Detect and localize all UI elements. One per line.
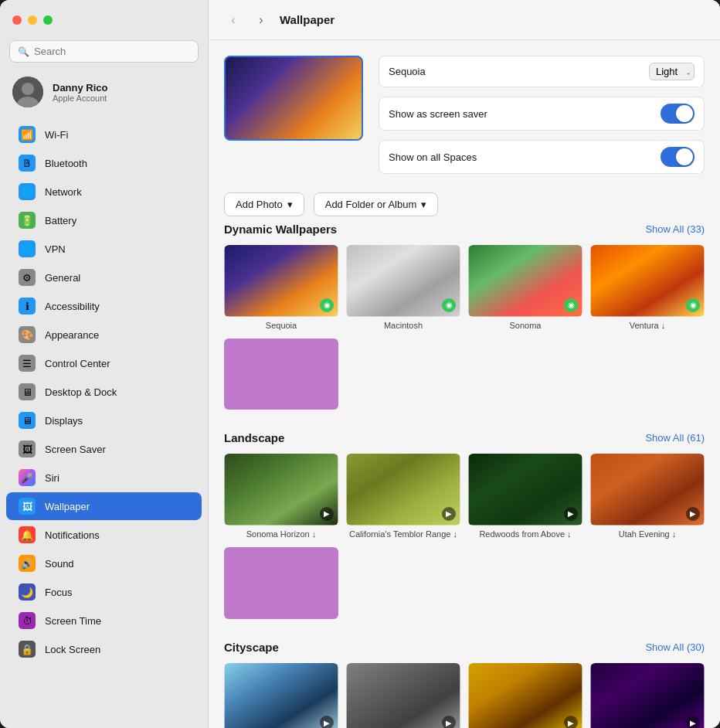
wallpaper-item[interactable]: ◉Sequoia xyxy=(224,245,338,331)
wallpaper-badge: ▶ xyxy=(320,507,334,521)
screensaver-toggle[interactable] xyxy=(661,104,695,124)
sidebar-item-desktop[interactable]: 🖥Desktop & Dock xyxy=(6,378,202,406)
user-subtitle: Apple Account xyxy=(53,94,108,103)
wallpaper-badge: ▶ xyxy=(442,716,456,728)
style-select-wrapper[interactable]: Light Dark Auto xyxy=(649,63,695,80)
sidebar-item-accessibility[interactable]: ℹAccessibility xyxy=(6,292,202,320)
wallpaper-item[interactable]: ▶Utah Evening ↓ xyxy=(590,454,705,539)
minimize-button[interactable] xyxy=(28,15,37,25)
wallpaper-item[interactable]: ▶Los Angeles Overpass ↓ xyxy=(346,663,460,728)
search-input[interactable] xyxy=(34,46,190,57)
show-all-landscape[interactable]: Show All (61) xyxy=(645,432,705,444)
wallpaper-item[interactable]: ◉Ventura ↓ xyxy=(590,245,705,331)
wallpaper-item[interactable]: ◉Macintosh xyxy=(346,245,460,331)
wallpaper-thumbnail: ▶ xyxy=(224,663,338,728)
sidebar-item-label-accessibility: Accessibility xyxy=(45,301,100,312)
screentime-icon: ⏱ xyxy=(19,612,36,629)
avatar xyxy=(12,77,43,107)
forward-button[interactable]: › xyxy=(252,11,270,29)
sidebar-item-label-screensaver: Screen Saver xyxy=(45,444,106,455)
sidebar-item-label-controlcenter: Control Center xyxy=(45,358,110,369)
sidebar-item-label-battery: Battery xyxy=(45,215,76,226)
wallpaper-name: Utah Evening ↓ xyxy=(619,529,677,539)
sidebar-item-wifi[interactable]: 📶Wi-Fi xyxy=(6,121,202,148)
wallpaper-badge: ▶ xyxy=(564,507,578,521)
sidebar-item-label-wifi: Wi-Fi xyxy=(45,129,68,141)
wallpaper-item[interactable]: ▶London Evening ↓ xyxy=(468,663,582,728)
sidebar-item-label-vpn: VPN xyxy=(45,243,66,255)
wallpaper-item[interactable]: ◉Sonoma xyxy=(468,245,582,331)
sidebar-item-label-focus: Focus xyxy=(45,587,72,598)
section-header-dynamic: Dynamic WallpapersShow All (33) xyxy=(224,223,705,236)
sidebar-item-wallpaper[interactable]: 🖼Wallpaper xyxy=(6,492,202,520)
user-section[interactable]: Danny Rico Apple Account xyxy=(0,70,208,117)
sidebar-item-siri[interactable]: 🎤Siri xyxy=(6,464,202,492)
wallpaper-item[interactable]: ▶Redwoods from Above ↓ xyxy=(468,454,582,539)
section-landscape: LandscapeShow All (61)▶Sonoma Horizon ↓▶… xyxy=(224,431,705,618)
wallpaper-name: Macintosh xyxy=(384,320,423,331)
sidebar-item-screentime[interactable]: ⏱Screen Time xyxy=(6,607,202,634)
wallpaper-thumbnail: ▶ xyxy=(590,454,705,526)
maximize-button[interactable] xyxy=(43,15,53,25)
sidebar-item-controlcenter[interactable]: ☰Control Center xyxy=(6,349,202,377)
close-button[interactable] xyxy=(12,15,22,25)
wallpaper-thumbnail: ▶ xyxy=(468,454,582,526)
sidebar-item-notifications[interactable]: 🔔Notifications xyxy=(6,521,202,549)
sidebar-item-screensaver[interactable]: 🖼Screen Saver xyxy=(6,435,202,463)
show-all-cityscape[interactable]: Show All (30) xyxy=(645,641,705,653)
wallpaper-badge: ◉ xyxy=(442,298,456,312)
sidebar-item-network[interactable]: 🌐Network xyxy=(6,178,202,206)
add-photo-button[interactable]: Add Photo ▾ xyxy=(224,192,304,216)
wallpaper-item-partial[interactable] xyxy=(224,547,338,619)
wallpaper-grid-dynamic: ◉Sequoia◉Macintosh◉Sonoma◉Ventura ↓ xyxy=(224,245,705,410)
siri-icon: 🎤 xyxy=(19,469,36,486)
wallpaper-badge: ▶ xyxy=(320,716,334,728)
main-content: ‹ › Wallpaper Sequoia Light Dark Auto xyxy=(209,0,720,728)
show-all-dynamic[interactable]: Show All (33) xyxy=(645,223,705,235)
section-title-cityscape: Cityscape xyxy=(224,641,279,654)
all-spaces-toggle-row: Show on all Spaces xyxy=(379,140,705,174)
sound-icon: 🔊 xyxy=(19,555,36,572)
section-dynamic: Dynamic WallpapersShow All (33)◉Sequoia◉… xyxy=(224,223,705,410)
search-bar[interactable]: 🔍 xyxy=(9,40,199,63)
wallpaper-item[interactable]: ▶Dubai Skyline ↓ xyxy=(224,663,338,728)
sidebar-item-label-bluetooth: Bluetooth xyxy=(45,158,87,169)
wallpaper-item[interactable]: ▶Sonoma Horizon ↓ xyxy=(224,454,338,539)
displays-icon: 🖥 xyxy=(19,412,36,429)
wallpaper-item[interactable]: ▶New York Night ↓ xyxy=(590,663,705,728)
wallpaper-controls: Sequoia Light Dark Auto Show as screen s… xyxy=(379,56,705,174)
wallpaper-item[interactable]: ▶California's Temblor Range ↓ xyxy=(346,454,460,539)
add-folder-button[interactable]: Add Folder or Album ▾ xyxy=(314,192,439,216)
page-title: Wallpaper xyxy=(280,13,335,26)
sidebar-nav: 📶Wi-Fi𝔹Bluetooth🌐Network🔋Battery🌐VPN⚙Gen… xyxy=(0,117,208,728)
add-folder-label: Add Folder or Album xyxy=(325,199,417,210)
sidebar-item-battery[interactable]: 🔋Battery xyxy=(6,206,202,234)
battery-icon: 🔋 xyxy=(19,212,36,229)
wallpaper-grid-landscape: ▶Sonoma Horizon ↓▶California's Temblor R… xyxy=(224,454,705,618)
wallpaper-item-partial[interactable] xyxy=(224,338,338,410)
all-spaces-toggle[interactable] xyxy=(661,147,695,167)
sidebar-item-label-appearance: Appearance xyxy=(45,329,99,341)
wallpaper-name: Ventura ↓ xyxy=(630,320,665,331)
style-select[interactable]: Light Dark Auto xyxy=(649,63,695,80)
sidebar-item-bluetooth[interactable]: 𝔹Bluetooth xyxy=(6,149,202,177)
sidebar-titlebar xyxy=(0,0,208,40)
sidebar-item-vpn[interactable]: 🌐VPN xyxy=(6,235,202,263)
wallpaper-name: Redwoods from Above ↓ xyxy=(479,529,571,539)
sidebar-item-label-network: Network xyxy=(45,186,82,198)
wallpaper-thumbnail: ▶ xyxy=(224,454,338,526)
sidebar-item-general[interactable]: ⚙General xyxy=(6,264,202,291)
sidebar-item-focus[interactable]: 🌙Focus xyxy=(6,578,202,606)
sidebar-item-displays[interactable]: 🖥Displays xyxy=(6,407,202,434)
sidebar-item-appearance[interactable]: 🎨Appearance xyxy=(6,321,202,349)
wallpaper-thumbnail: ▶ xyxy=(346,454,460,526)
wallpaper-grid-cityscape: ▶Dubai Skyline ↓▶Los Angeles Overpass ↓▶… xyxy=(224,663,705,728)
wallpaper-thumbnail-partial xyxy=(224,338,338,410)
controlcenter-icon: ☰ xyxy=(19,355,36,372)
focus-icon: 🌙 xyxy=(19,583,36,600)
sidebar-item-lockscreen[interactable]: 🔒Lock Screen xyxy=(6,635,202,663)
user-name: Danny Rico xyxy=(53,82,108,94)
sidebar-item-sound[interactable]: 🔊Sound xyxy=(6,549,202,577)
back-button[interactable]: ‹ xyxy=(224,11,243,29)
lockscreen-icon: 🔒 xyxy=(19,641,36,658)
